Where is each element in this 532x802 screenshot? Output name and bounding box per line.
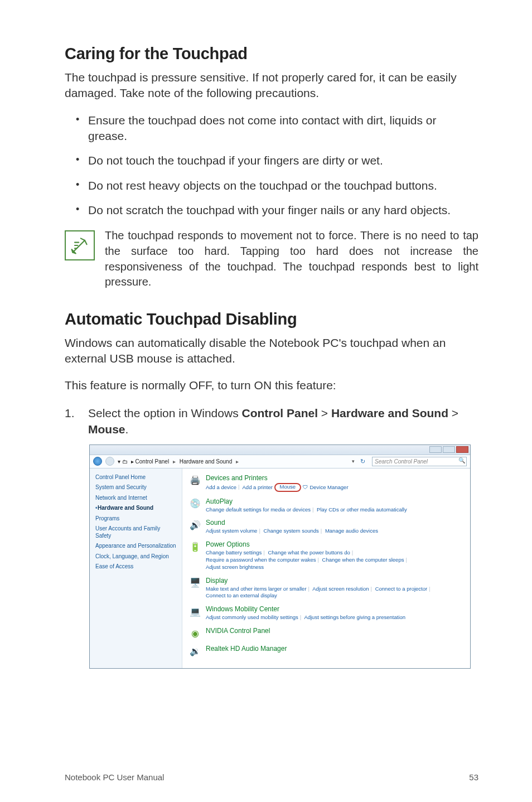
step-bold: Mouse [88, 423, 125, 436]
list-item: Do not scratch the touchpad with your fi… [76, 202, 478, 218]
main-panel: 🖨️ Devices and Printers Add a device| Ad… [182, 468, 470, 669]
intro-paragraph-2: Windows can automatically disable the No… [65, 335, 478, 367]
link[interactable]: Require a password when the computer wak… [206, 557, 316, 563]
disc-icon: 💿 [189, 497, 201, 510]
link[interactable]: Adjust screen brightness [206, 564, 264, 570]
link[interactable]: Adjust commonly used mobility settings [206, 614, 298, 620]
page-footer: Notebook PC User Manual 53 [65, 772, 478, 782]
link-add-printer[interactable]: Add a printer [243, 484, 273, 490]
printer-icon: 🖨️ [189, 474, 201, 486]
link[interactable]: Adjust settings before giving a presenta… [304, 614, 405, 620]
minimize-button[interactable] [429, 446, 442, 453]
sidebar-item-clock[interactable]: Clock, Language, and Region [95, 553, 176, 561]
power-icon: 🔋 [189, 540, 201, 553]
link[interactable]: Connect to a projector [375, 586, 427, 592]
breadcrumb-current[interactable]: Hardware and Sound [180, 458, 233, 465]
heading-caring: Caring for the Touchpad [65, 45, 478, 63]
link[interactable]: Change default settings for media or dev… [206, 506, 311, 513]
breadcrumb[interactable]: ▸ Control Panel ▸ Hardware and Sound ▸ [131, 458, 241, 465]
category-nvidia: ◉ NVIDIA Control Panel [189, 627, 463, 639]
list-item: Do not touch the touchpad if your finger… [76, 153, 478, 168]
back-button[interactable] [93, 457, 102, 466]
maximize-button[interactable] [443, 446, 455, 453]
link[interactable]: Adjust system volume [206, 528, 257, 534]
step-bold: Hardware and Sound [331, 407, 448, 419]
step-bold: Control Panel [241, 407, 318, 419]
category-sound: 🔊 Sound Adjust system volume| Change sys… [189, 519, 463, 535]
category-title[interactable]: Windows Mobility Center [206, 605, 405, 613]
display-icon: 🖥️ [189, 577, 201, 589]
step-body: Select the option in Windows Control Pan… [88, 405, 478, 438]
sidebar-item-users[interactable]: User Accounts and Family Safety [95, 525, 176, 539]
category-devices: 🖨️ Devices and Printers Add a device| Ad… [189, 474, 463, 492]
category-title[interactable]: Power Options [206, 540, 409, 548]
breadcrumb-root[interactable]: Control Panel [136, 458, 170, 465]
link[interactable]: Change what the power buttons do [268, 549, 350, 555]
step-list: 1. Select the option in Windows Control … [65, 405, 478, 438]
category-autoplay: 💿 AutoPlay Change default settings for m… [189, 497, 463, 514]
link[interactable]: Make text and other items larger or smal… [206, 586, 307, 592]
intro-paragraph-1: The touchpad is pressure sensitive. If n… [65, 70, 478, 102]
category-mobility: 💻 Windows Mobility Center Adjust commonl… [189, 605, 463, 621]
category-title[interactable]: AutoPlay [206, 497, 407, 505]
step-number: 1. [65, 405, 88, 438]
link[interactable]: Play CDs or other media automatically [317, 506, 407, 513]
step-text: Select the option in Windows [88, 407, 241, 419]
link[interactable]: Change battery settings [206, 549, 262, 555]
search-placeholder: Search Control Panel [375, 458, 428, 465]
sidebar-item-appearance[interactable]: Appearance and Personalization [95, 543, 176, 550]
note-icon [65, 230, 95, 260]
folder-icon: ▾ 🗀 [118, 458, 128, 465]
sidebar-item-network[interactable]: Network and Internet [95, 495, 176, 502]
link[interactable]: Manage audio devices [325, 528, 378, 534]
realtek-icon: 🔉 [189, 645, 201, 657]
sidebar-item-ease[interactable]: Ease of Access [95, 563, 176, 571]
category-realtek: 🔉 Realtek HD Audio Manager [189, 645, 463, 657]
link[interactable]: Change system sounds [264, 528, 319, 534]
category-title[interactable]: NVIDIA Control Panel [206, 627, 270, 635]
heading-auto-disable: Automatic Touchpad Disabling [65, 310, 478, 328]
window-titlebar [90, 445, 470, 455]
list-item: Ensure the touchpad does not come into c… [76, 113, 478, 144]
link[interactable]: Change when the computer sleeps [322, 557, 404, 563]
link[interactable]: Connect to an external display [206, 592, 277, 598]
manual-page: Caring for the Touchpad The touchpad is … [0, 0, 532, 802]
control-panel-window: ▾ 🗀 ▸ Control Panel ▸ Hardware and Sound… [89, 445, 471, 669]
note-text: The touchpad responds to movement not to… [105, 228, 478, 289]
category-power: 🔋 Power Options Change battery settings|… [189, 540, 463, 571]
step-sep: > [448, 407, 458, 419]
window-body: Control Panel Home System and Security N… [90, 468, 470, 669]
screenshot-wrap: ▾ 🗀 ▸ Control Panel ▸ Hardware and Sound… [89, 445, 478, 669]
sidebar: Control Panel Home System and Security N… [90, 468, 182, 669]
link-device-manager[interactable]: Device Manager [309, 484, 348, 490]
category-title[interactable]: Realtek HD Audio Manager [206, 645, 287, 653]
link-add-device[interactable]: Add a device [206, 484, 236, 490]
search-input[interactable]: Search Control Panel [372, 457, 467, 466]
nvidia-icon: ◉ [189, 627, 201, 639]
category-title[interactable]: Devices and Printers [206, 474, 349, 482]
step-dot: . [125, 423, 129, 436]
list-item: Do not rest heavy objects on the touchpa… [76, 178, 478, 194]
sidebar-item-hardware[interactable]: Hardware and Sound [95, 505, 176, 512]
sidebar-item-programs[interactable]: Programs [95, 515, 176, 523]
close-button[interactable] [456, 446, 468, 453]
note-block: The touchpad responds to movement not to… [65, 228, 478, 289]
footer-title: Notebook PC User Manual [65, 772, 164, 782]
mouse-link-circled[interactable]: Mouse [274, 483, 302, 492]
sidebar-item-home[interactable]: Control Panel Home [95, 474, 176, 481]
forward-button[interactable] [105, 457, 114, 466]
category-title[interactable]: Sound [206, 519, 378, 526]
sidebar-item-system[interactable]: System and Security [95, 484, 176, 491]
step-item: 1. Select the option in Windows Control … [65, 405, 478, 438]
intro-paragraph-3: This feature is normally OFF, to turn ON… [65, 378, 478, 393]
link[interactable]: Adjust screen resolution [312, 586, 369, 592]
step-sep: > [318, 407, 331, 419]
mobility-icon: 💻 [189, 605, 201, 617]
address-bar: ▾ 🗀 ▸ Control Panel ▸ Hardware and Sound… [90, 455, 470, 468]
precaution-list: Ensure the touchpad does not come into c… [65, 113, 478, 219]
shield-icon: 🛡 [303, 484, 308, 490]
speaker-icon: 🔊 [189, 519, 201, 531]
category-title[interactable]: Display [206, 577, 432, 584]
page-number: 53 [469, 772, 478, 782]
category-display: 🖥️ Display Make text and other items lar… [189, 577, 463, 600]
